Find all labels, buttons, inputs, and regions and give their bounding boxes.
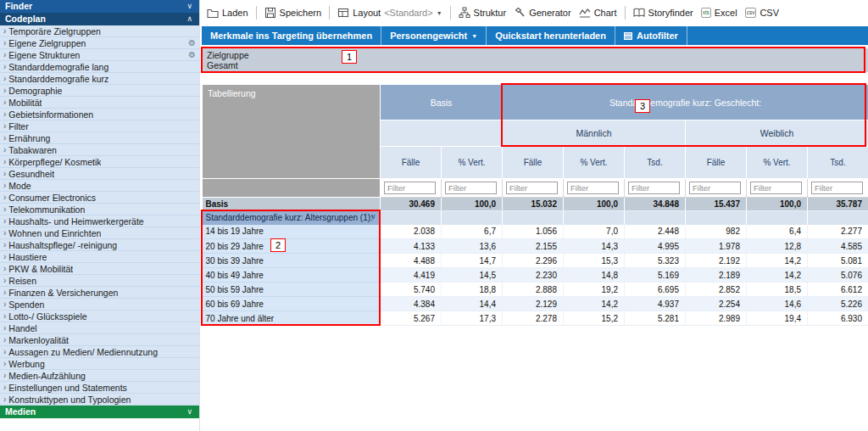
sidebar-item-label: Ernährung: [8, 132, 50, 144]
row-label[interactable]: 20 bis 29 Jahre: [203, 239, 381, 254]
gear-icon[interactable]: ⚙: [188, 49, 196, 61]
section-empty-cell: [381, 211, 442, 225]
sidebar-item[interactable]: ›Mode: [0, 180, 199, 192]
sidebar-item[interactable]: ›Einstellungen und Statements: [0, 382, 199, 394]
excel-label: Excel: [715, 8, 737, 18]
cell-value: 2.192: [686, 254, 747, 268]
layout-button[interactable]: Layout <Standard> ▼: [337, 7, 442, 19]
sidebar-item[interactable]: ›Lotto-/ Glücksspiele: [0, 311, 199, 322]
storyfinder-button[interactable]: Storyfinder: [633, 7, 693, 19]
laden-button[interactable]: Laden: [207, 7, 248, 19]
sidebar-item[interactable]: ›Werbung: [0, 358, 199, 370]
column-header: Tsd.: [625, 147, 686, 179]
layout-current-value: <Standard>: [384, 8, 433, 18]
autofilter-toggle[interactable]: Autofilter: [615, 26, 687, 45]
sidebar-item[interactable]: ›Eigene Zielgruppen⚙: [0, 37, 199, 49]
excel-export-button[interactable]: xls Excel: [701, 8, 737, 18]
target-group-band[interactable]: Zielgruppe Gesamt: [202, 48, 868, 72]
cell-value: 14,2: [564, 297, 625, 311]
sidebar-item[interactable]: ›Haushaltspflege/ -reinigung: [0, 239, 199, 251]
sidebar-item[interactable]: ›Markenloyalität: [0, 334, 199, 346]
csv-export-button[interactable]: csv CSV: [745, 8, 779, 18]
personengewicht-dropdown[interactable]: Personengewicht ▼: [381, 26, 487, 45]
sidebar-header-finder[interactable]: Finder ∨: [0, 0, 199, 13]
basis-value: 15.032: [503, 198, 564, 211]
sidebar-item[interactable]: ›Filter: [0, 120, 199, 132]
sidebar-item[interactable]: ›Finanzen & Versicherungen: [0, 287, 199, 299]
filter-input[interactable]: [567, 182, 619, 194]
cell-value: 4.585: [808, 239, 868, 254]
filter-input[interactable]: [506, 182, 558, 194]
merkmale-targeting-button[interactable]: Merkmale ins Targeting übernehmen: [202, 26, 381, 45]
filter-input[interactable]: [811, 182, 863, 194]
sidebar-item-label: Eigene Zielgruppen: [8, 37, 86, 49]
filter-input[interactable]: [628, 182, 680, 194]
sidebar-item[interactable]: ›Konstrukttypen und Typologien: [0, 394, 199, 406]
chart-button[interactable]: Chart: [579, 7, 617, 19]
sidebar-item[interactable]: ›Haushalts- und Heimwerkergeräte: [0, 216, 199, 227]
finder-label: Finder: [5, 0, 32, 13]
sidebar-item[interactable]: ›Eigene Strukturen⚙: [0, 49, 199, 61]
sidebar-item[interactable]: ›Standarddemografie lang: [0, 61, 199, 73]
main-toolbar: Laden Speichern Layout <Standard> ▼: [202, 0, 868, 25]
sidebar-header-codeplan[interactable]: Codeplan ∧: [0, 13, 199, 25]
sidebar-item-label: Haustiere: [8, 251, 47, 263]
save-disk-icon: [264, 7, 276, 19]
cell-value: 5.226: [808, 297, 868, 311]
expand-arrow-icon: ›: [3, 97, 6, 109]
speichern-button[interactable]: Speichern: [264, 7, 322, 19]
basis-value: 34.848: [625, 198, 686, 211]
sidebar-item[interactable]: ›Consumer Electronics: [0, 192, 199, 204]
sidebar-item[interactable]: ›Medien-Aufzählung: [0, 370, 199, 382]
cell-value: 15,2: [564, 311, 625, 326]
gear-icon[interactable]: ⚙: [188, 37, 196, 49]
sidebar-item-label: Gesundheit: [8, 168, 54, 180]
filter-input[interactable]: [750, 182, 802, 194]
sidebar-item[interactable]: ›Haustiere: [0, 251, 199, 263]
row-label[interactable]: 14 bis 19 Jahre: [203, 225, 381, 239]
sidebar-item[interactable]: ›Telekommunikation: [0, 204, 199, 216]
expand-arrow-icon: ›: [3, 204, 6, 216]
toolbar-divider: [450, 6, 451, 20]
quickstart-download-button[interactable]: Quickstart herunterladen: [487, 26, 615, 45]
sidebar-item-label: Haushalts- und Heimwerkergeräte: [8, 216, 143, 227]
cell-value: 4.384: [381, 297, 442, 311]
sidebar-item[interactable]: ›Demographie: [0, 85, 199, 97]
row-label[interactable]: 30 bis 39 Jahre: [203, 254, 381, 268]
filter-input[interactable]: [445, 182, 497, 194]
sidebar-item[interactable]: ›Ernährung: [0, 132, 199, 144]
sidebar-item[interactable]: ›Wohnen und Einrichten: [0, 227, 199, 239]
storyfinder-label: Storyfinder: [648, 8, 693, 18]
sidebar-item[interactable]: ›Gesundheit: [0, 168, 199, 180]
sidebar-item[interactable]: ›Tabakwaren: [0, 144, 199, 156]
row-label[interactable]: 70 Jahre und älter: [203, 311, 381, 326]
sidebar-item[interactable]: ›Mobilität: [0, 97, 199, 109]
row-label[interactable]: 60 bis 69 Jahre: [203, 297, 381, 311]
csv-file-icon: csv: [745, 8, 757, 18]
expand-arrow-icon: ›: [3, 299, 6, 311]
sidebar-item[interactable]: ›Gebietsinformationen: [0, 109, 199, 120]
sidebar-item[interactable]: ›Handel: [0, 322, 199, 334]
filter-input[interactable]: [689, 182, 741, 194]
table-row: 14 bis 19 Jahre2.0386,71.0567,02.4489826…: [203, 225, 868, 239]
struktur-button[interactable]: Struktur: [459, 7, 507, 19]
sidebar-item[interactable]: ›Reisen: [0, 275, 199, 287]
section-dropdown[interactable]: Standarddemografie kurz: Altersgruppen (…: [203, 211, 381, 225]
cell-value: 5.281: [625, 311, 686, 326]
sidebar-item[interactable]: ›Körperpflege/ Kosmetik: [0, 156, 199, 168]
cell-value: 4.995: [625, 239, 686, 254]
sidebar-item[interactable]: ›PKW & Mobilität: [0, 263, 199, 275]
filter-cell: [381, 179, 442, 198]
section-empty-cell: [442, 211, 503, 225]
sidebar-header-medien[interactable]: Medien ∨: [0, 406, 199, 418]
sidebar-item[interactable]: ›Spenden: [0, 299, 199, 311]
expand-arrow-icon: ›: [3, 287, 6, 299]
filter-input[interactable]: [384, 182, 436, 194]
sidebar-item[interactable]: ›Standarddemografie kurz: [0, 73, 199, 85]
row-label[interactable]: 40 bis 49 Jahre: [203, 268, 381, 283]
generator-button[interactable]: Generator: [514, 7, 571, 19]
row-label[interactable]: 50 bis 59 Jahre: [203, 283, 381, 297]
sidebar: Finder ∨ Codeplan ∧ ›Temporäre Zielgrupp…: [0, 0, 200, 431]
sidebar-item[interactable]: ›Aussagen zu Medien/ Mediennutzung: [0, 346, 199, 358]
sidebar-item[interactable]: ›Temporäre Zielgruppen: [0, 25, 199, 37]
